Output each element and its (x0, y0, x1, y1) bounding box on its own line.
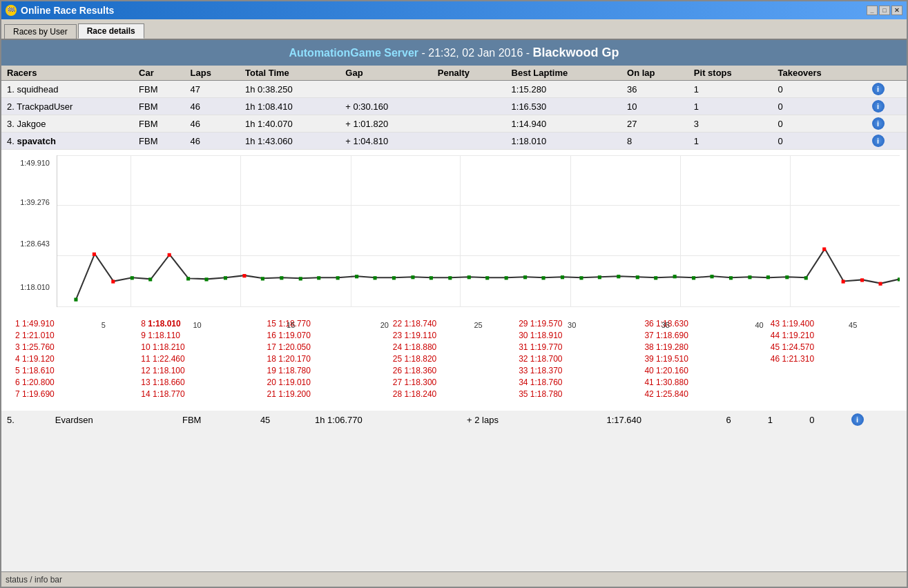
on-lap-5: 6 (720, 411, 762, 429)
dot-25 (523, 275, 527, 279)
tab-race-details[interactable]: Race details (78, 23, 144, 39)
info-button-2[interactable]: i (872, 100, 885, 112)
x-label-40: 40 (713, 321, 806, 329)
lap-entry (769, 389, 894, 400)
cell-r3-c5 (432, 115, 506, 133)
lap-entry: 25 1:18.820 (392, 353, 516, 364)
lap-entry: 14 1:18.770 (139, 389, 264, 400)
lap-entry: 35 1:18.780 (517, 389, 642, 400)
col-car: Car (133, 66, 185, 81)
lap-entry: 20 1:19.010 (266, 377, 391, 388)
dot-38 (766, 275, 770, 279)
dot-26 (542, 276, 545, 280)
lap-entry: 45 1:24.570 (769, 342, 894, 353)
cell-r3-c4: + 1:01.820 (340, 115, 432, 133)
cell-r1-c7: 36 (621, 81, 688, 98)
lap-entry: 19 1:18.780 (266, 365, 391, 376)
info-button-3[interactable]: i (872, 117, 885, 130)
cell-r2-c2: 46 (185, 98, 240, 115)
cell-r4-c1: FBM (133, 133, 185, 150)
minimize-button[interactable]: _ (867, 6, 878, 15)
cell-r2-c8: 1 (688, 98, 773, 115)
col-gap: Gap (340, 66, 432, 81)
cell-r3-c7: 27 (621, 115, 688, 133)
tab-races-by-user[interactable]: Races by User (4, 24, 77, 39)
cell-r2-c5 (432, 98, 506, 115)
x-label-45: 45 (806, 321, 900, 329)
col-on-lap: On lap (621, 66, 688, 81)
results-table-5: 5. Evardsen FBM 45 1h 1:06.770 + 2 laps … (1, 411, 907, 429)
pit-stops-5: 1 (762, 411, 804, 429)
dot-11 (261, 277, 264, 280)
lap-entry: 18 1:20.170 (266, 353, 391, 364)
close-button[interactable]: ✕ (891, 6, 902, 15)
app-icon: 🏁 (6, 5, 17, 16)
dot-4 (131, 276, 134, 280)
dot-18 (392, 276, 396, 280)
dot-42 (842, 280, 845, 283)
info-cell-3[interactable]: i (867, 115, 907, 133)
col-best-laptime: Best Laptime (506, 66, 621, 81)
info-5[interactable]: i (846, 411, 907, 429)
cell-r2-c0: 2. TrackpadUser (1, 98, 133, 115)
lap-entry: 42 1:25.840 (643, 389, 768, 400)
dot-2 (93, 253, 96, 256)
y-label-4: 1:18.010 (20, 283, 50, 291)
cell-r1-c0: 1. squidhead (1, 81, 133, 98)
dot-33 (673, 275, 677, 278)
dot-12 (280, 276, 283, 280)
name-5: Evardsen (50, 411, 177, 429)
dot-44 (879, 282, 882, 286)
cell-r3-c2: 46 (185, 115, 240, 133)
table-header-row: Racers Car Laps Total Time Gap Penalty B… (1, 66, 907, 81)
lap-entry: 37 1:18.690 (643, 330, 768, 341)
info-cell-1[interactable]: i (867, 81, 907, 98)
lap-entry (769, 377, 894, 388)
lap-entry: 6 1:20.800 (14, 377, 139, 388)
racer-row-3: 3. JakgoeFBM461h 1:40.070+ 1:01.8201:14.… (1, 115, 907, 133)
x-label-30: 30 (525, 321, 619, 329)
grid-line-bottom (57, 306, 900, 307)
lap-entry: 34 1:18.760 (517, 377, 642, 388)
info-button-4[interactable]: i (872, 135, 885, 147)
dot-19 (411, 275, 414, 279)
lap-entry: 33 1:18.370 (517, 365, 642, 376)
cell-r2-c7: 10 (621, 98, 688, 115)
info-button-1[interactable]: i (872, 83, 885, 95)
lap-entry: 27 1:18.300 (392, 377, 516, 388)
dot-45 (898, 277, 900, 281)
dot-30 (617, 275, 620, 278)
x-label-35: 35 (619, 321, 713, 329)
maximize-button[interactable]: □ (879, 6, 890, 15)
cell-r2-c9: 0 (772, 98, 866, 115)
dot-36 (729, 276, 733, 280)
y-label-1: 1:49.910 (20, 159, 50, 167)
lap-time-chart (57, 155, 900, 306)
dot-7 (186, 277, 190, 280)
dot-39 (785, 275, 789, 279)
chart-x-labels: 5 10 15 20 25 30 35 40 45 (57, 321, 900, 329)
info-cell-4[interactable]: i (867, 133, 907, 150)
lap-entry: 31 1:19.770 (517, 342, 642, 353)
col-laps: Laps (185, 66, 240, 81)
status-bar: status / info bar (1, 571, 907, 587)
racer-row-4: 4. spavatchFBM461h 1:43.060+ 1:04.8101:1… (1, 133, 907, 150)
cell-r3-c3: 1h 1:40.070 (240, 115, 340, 133)
dot-5 (148, 277, 152, 281)
cell-r4-c7: 8 (621, 133, 688, 150)
info-cell-2[interactable]: i (867, 98, 907, 115)
results-table: Racers Car Laps Total Time Gap Penalty B… (1, 66, 907, 150)
cell-r3-c1: FBM (133, 115, 185, 133)
cell-r3-c6: 1:14.940 (506, 115, 621, 133)
title-controls: _ □ ✕ (867, 6, 902, 15)
cell-r4-c5 (432, 133, 506, 150)
col-total-time: Total Time (240, 66, 340, 81)
cell-r1-c2: 47 (185, 81, 240, 98)
x-label-15: 15 (244, 321, 338, 329)
dot-16 (355, 275, 358, 278)
cell-r4-c3: 1h 1:43.060 (240, 133, 340, 150)
cell-r4-c8: 1 (688, 133, 773, 150)
tab-bar: Races by User Race details (1, 19, 907, 40)
dot-27 (561, 275, 564, 279)
info-button-5[interactable]: i (851, 413, 864, 426)
